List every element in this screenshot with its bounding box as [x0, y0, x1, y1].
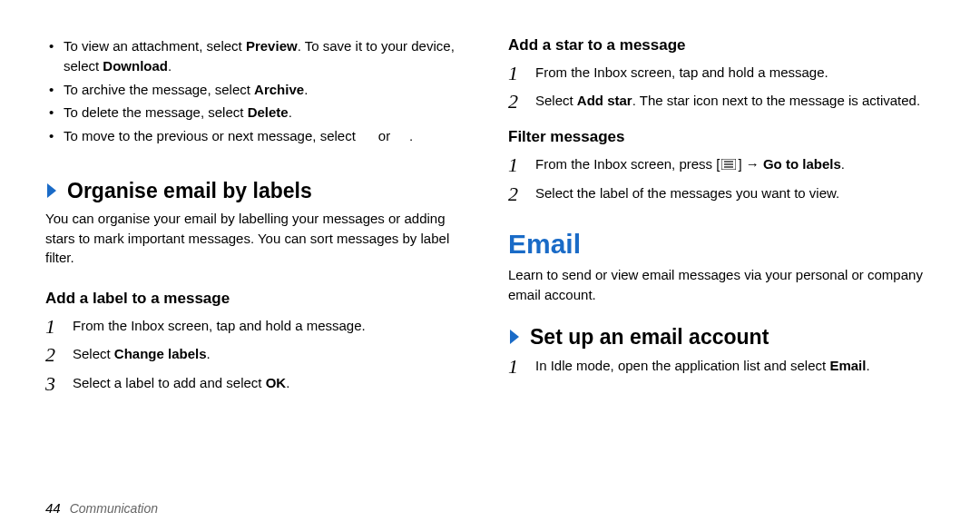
- text: From the Inbox screen, tap and hold a me…: [535, 64, 828, 80]
- numbered-list: From the Inbox screen, tap and hold a me…: [45, 315, 472, 400]
- numbered-list: From the Inbox screen, press [] → Go to …: [508, 153, 935, 212]
- text: From the Inbox screen, tap and hold a me…: [73, 318, 366, 333]
- nav-prev-icon: [359, 128, 375, 143]
- paragraph: Learn to send or view email messages via…: [508, 265, 935, 305]
- list-item: From the Inbox screen, tap and hold a me…: [45, 315, 472, 336]
- section-heading: Set up an email account: [530, 325, 769, 350]
- text: Select a label to add and select: [73, 375, 266, 390]
- bold-text: Preview: [246, 38, 298, 54]
- list-item: From the Inbox screen, press [] → Go to …: [508, 153, 935, 176]
- text: .: [841, 156, 845, 172]
- svg-marker-0: [47, 183, 56, 198]
- bold-text: Go to labels: [763, 156, 841, 172]
- text: To archive the message, select: [64, 82, 254, 97]
- list-item: Select Change labels.: [45, 343, 472, 364]
- nav-next-icon: [394, 128, 409, 143]
- bold-text: Archive: [254, 82, 304, 97]
- menu-icon: [721, 154, 736, 175]
- bullet-item: To move to the previous or next message,…: [45, 126, 472, 146]
- text: .: [289, 104, 292, 120]
- list-item: Select Add star. The star icon next to t…: [508, 90, 935, 111]
- text: .: [168, 58, 172, 74]
- text: .: [409, 128, 413, 143]
- bold-text: Email: [829, 358, 866, 373]
- two-column-layout: To view an attachment, select Preview. T…: [45, 36, 935, 514]
- list-item: From the Inbox screen, tap and hold a me…: [508, 62, 935, 83]
- major-heading: Email: [508, 229, 935, 260]
- section-heading: Organise email by labels: [67, 179, 312, 203]
- sub-heading: Filter messages: [508, 128, 935, 146]
- paragraph: You can organise your email by labelling…: [45, 209, 472, 268]
- numbered-list: In Idle mode, open the application list …: [508, 355, 935, 383]
- bullet-list: To view an attachment, select Preview. T…: [45, 36, 472, 150]
- bold-text: Download: [103, 58, 168, 74]
- section-heading-row: Set up an email account: [508, 325, 935, 350]
- chevron-right-icon: [508, 328, 521, 346]
- text: .: [304, 82, 308, 97]
- text: In Idle mode, open the application list …: [535, 358, 829, 373]
- text: To move to the previous or next message,…: [64, 128, 359, 143]
- list-item: Select the label of the messages you wan…: [508, 182, 935, 203]
- sub-heading: Add a label to a message: [45, 290, 472, 308]
- left-column: To view an attachment, select Preview. T…: [45, 36, 472, 514]
- numbered-list: From the Inbox screen, tap and hold a me…: [508, 62, 935, 119]
- text: To view an attachment, select: [64, 38, 246, 54]
- text: .: [866, 358, 869, 373]
- text: .: [207, 346, 211, 361]
- section-heading-row: Organise email by labels: [45, 179, 472, 203]
- chevron-right-icon: [45, 182, 58, 200]
- footer-section-name: Communication: [70, 501, 158, 516]
- list-item: Select a label to add and select OK.: [45, 372, 472, 393]
- bold-text: Change labels: [114, 346, 207, 361]
- svg-marker-5: [510, 330, 519, 344]
- bold-text: OK: [266, 375, 287, 390]
- right-column: Add a star to a message From the Inbox s…: [508, 36, 935, 514]
- page-footer: 44 Communication: [45, 500, 158, 516]
- text: From the Inbox screen, press [: [535, 156, 720, 172]
- bullet-item: To archive the message, select Archive.: [45, 80, 472, 100]
- text: . The star icon next to the message is a…: [632, 93, 920, 108]
- bullet-item: To view an attachment, select Preview. T…: [45, 36, 472, 76]
- text: Select: [535, 93, 577, 108]
- bold-text: Add star: [577, 93, 632, 108]
- page-number: 44: [45, 500, 61, 516]
- list-item: In Idle mode, open the application list …: [508, 355, 935, 376]
- text: Select: [73, 346, 114, 361]
- sub-heading: Add a star to a message: [508, 36, 935, 54]
- text: .: [286, 375, 289, 390]
- manual-page: To view an attachment, select Preview. T…: [0, 0, 980, 532]
- text: Select the label of the messages you wan…: [535, 185, 839, 201]
- bold-text: Delete: [248, 104, 289, 120]
- text: To delete the message, select: [64, 104, 248, 120]
- text: ] →: [738, 156, 763, 172]
- bullet-item: To delete the message, select Delete.: [45, 103, 472, 123]
- text: or: [375, 128, 395, 143]
